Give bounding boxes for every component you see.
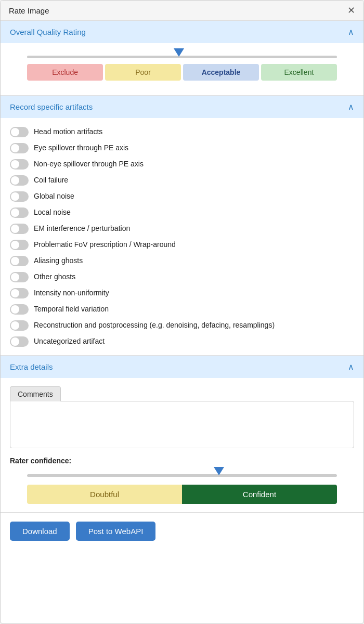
artifact-item-fov-prescription: Problematic FoV prescription / Wrap-arou… [10, 239, 354, 250]
artifact-item-local-noise: Local noise [10, 207, 354, 218]
artifact-label-head-motion: Head motion artifacts [34, 126, 102, 137]
footer-buttons: Download Post to WebAPI [1, 513, 363, 549]
toggle-head-motion[interactable] [10, 127, 29, 137]
quality-label-exclude[interactable]: Exclude [27, 64, 103, 81]
extra-details-header[interactable]: Extra details ∧ [1, 356, 363, 378]
toggle-intensity-nonuniformity[interactable] [10, 288, 29, 298]
toggle-coil-failure[interactable] [10, 175, 29, 186]
toggle-local-noise[interactable] [10, 207, 29, 218]
quality-slider-track-wrapper[interactable] [27, 51, 337, 62]
extra-details-content: Comments Rater confidence: Doubtful Conf… [1, 378, 363, 513]
extra-details-chevron[interactable]: ∧ [348, 362, 354, 372]
quality-slider-container: Exclude Poor Acceptable Excellent [10, 51, 354, 81]
comments-inner [10, 401, 354, 448]
window-title: Rate Image [9, 6, 49, 15]
close-button[interactable]: ✕ [347, 6, 355, 15]
confidence-label-confident[interactable]: Confident [182, 485, 337, 504]
comments-textarea[interactable] [15, 406, 349, 442]
quality-label-poor[interactable]: Poor [105, 64, 181, 81]
artifacts-title: Record specific artifacts [10, 102, 93, 111]
toggle-other-ghosts[interactable] [10, 272, 29, 282]
artifact-item-global-noise: Global noise [10, 191, 354, 202]
comments-wrapper [10, 401, 354, 448]
confidence-slider-wrapper[interactable] [27, 470, 337, 480]
artifact-item-uncategorized: Uncategorized artifact [10, 336, 354, 347]
artifacts-chevron[interactable]: ∧ [348, 102, 354, 112]
artifact-label-temporal-field: Temporal field variation [34, 304, 109, 315]
main-window: Rate Image ✕ Overall Quality Rating ∧ Ex… [0, 0, 364, 624]
toggle-temporal-field[interactable] [10, 304, 29, 315]
toggle-non-eye-spillover[interactable] [10, 159, 29, 170]
artifact-label-aliasing-ghosts: Aliasing ghosts [34, 255, 83, 266]
artifact-item-eye-spillover-pe: Eye spillover through PE axis [10, 142, 354, 153]
artifact-label-uncategorized: Uncategorized artifact [34, 336, 105, 347]
titlebar: Rate Image ✕ [1, 1, 363, 21]
quality-slider-thumb[interactable] [174, 48, 184, 57]
post-to-webapi-button[interactable]: Post to WebAPI [76, 522, 156, 541]
artifact-label-intensity-nonuniformity: Intensity non-uniformity [34, 288, 109, 298]
toggle-global-noise[interactable] [10, 191, 29, 202]
artifact-label-non-eye-spillover: Non-eye spillover through PE axis [34, 159, 144, 170]
artifact-item-non-eye-spillover: Non-eye spillover through PE axis [10, 159, 354, 170]
artifact-label-eye-spillover-pe: Eye spillover through PE axis [34, 142, 128, 153]
comments-tab-label[interactable]: Comments [10, 386, 61, 401]
artifact-item-head-motion: Head motion artifacts [10, 126, 354, 137]
extra-details-title: Extra details [10, 362, 53, 371]
quality-rating-title: Overall Quality Rating [10, 28, 86, 36]
artifact-label-global-noise: Global noise [34, 191, 74, 202]
quality-rating-chevron[interactable]: ∧ [348, 27, 354, 37]
artifact-label-other-ghosts: Other ghosts [34, 271, 75, 282]
toggle-uncategorized[interactable] [10, 336, 29, 347]
artifact-item-temporal-field: Temporal field variation [10, 304, 354, 315]
toggle-reconstruction[interactable] [10, 320, 29, 331]
quality-label-excellent[interactable]: Excellent [261, 64, 337, 81]
confidence-thumb[interactable] [214, 467, 224, 475]
artifact-item-aliasing-ghosts: Aliasing ghosts [10, 255, 354, 266]
confidence-label-doubtful[interactable]: Doubtful [27, 485, 182, 504]
artifact-item-intensity-nonuniformity: Intensity non-uniformity [10, 288, 354, 298]
confidence-labels: Doubtful Confident [27, 485, 337, 504]
artifact-item-other-ghosts: Other ghosts [10, 271, 354, 282]
artifact-label-reconstruction: Reconstruction and postprocessing (e.g. … [34, 320, 275, 331]
download-button[interactable]: Download [10, 522, 70, 541]
quality-labels: Exclude Poor Acceptable Excellent [27, 64, 337, 81]
artifacts-header[interactable]: Record specific artifacts ∧ [1, 96, 363, 118]
toggle-em-interference[interactable] [10, 224, 29, 234]
toggle-aliasing-ghosts[interactable] [10, 256, 29, 266]
confidence-track [27, 474, 337, 477]
artifact-item-em-interference: EM interference / perturbation [10, 223, 354, 234]
rater-confidence-label: Rater confidence: [10, 457, 354, 465]
toggle-fov-prescription[interactable] [10, 240, 29, 250]
artifact-label-fov-prescription: Problematic FoV prescription / Wrap-arou… [34, 239, 176, 250]
quality-rating-header[interactable]: Overall Quality Rating ∧ [1, 21, 363, 43]
artifact-label-em-interference: EM interference / perturbation [34, 223, 130, 234]
artifact-list: Head motion artifacts Eye spillover thro… [10, 126, 354, 347]
artifact-item-coil-failure: Coil failure [10, 175, 354, 186]
quality-rating-content: Exclude Poor Acceptable Excellent [1, 43, 363, 96]
artifacts-content: Head motion artifacts Eye spillover thro… [1, 118, 363, 356]
toggle-eye-spillover-pe[interactable] [10, 143, 29, 153]
quality-label-acceptable[interactable]: Acceptable [183, 64, 259, 81]
artifact-label-coil-failure: Coil failure [34, 175, 68, 186]
artifact-label-local-noise: Local noise [34, 207, 71, 218]
artifact-item-reconstruction: Reconstruction and postprocessing (e.g. … [10, 320, 354, 331]
